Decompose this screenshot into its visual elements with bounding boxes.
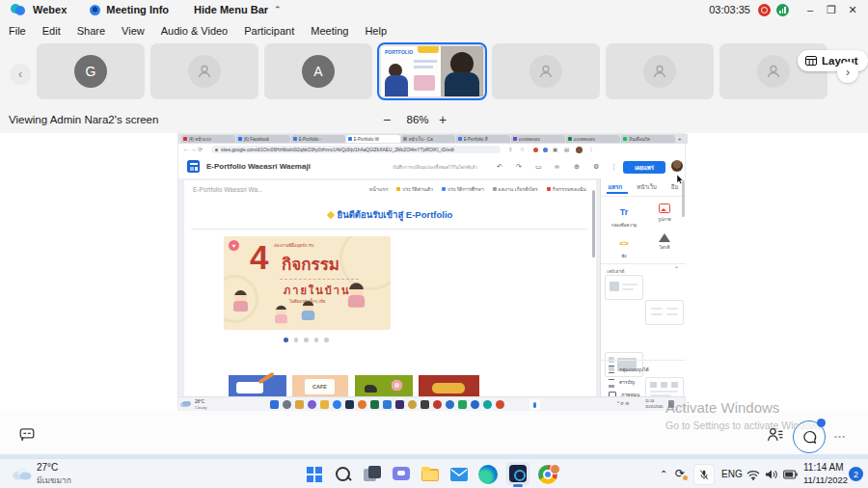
app-icon[interactable] — [420, 400, 429, 409]
content-card-red[interactable] — [419, 375, 479, 396]
tool-image[interactable]: รูปภาพ — [645, 202, 684, 223]
panel-scrollbar[interactable] — [682, 180, 685, 217]
app-icon[interactable] — [408, 400, 417, 409]
app-icon[interactable] — [333, 400, 341, 409]
redo-icon[interactable]: ↷ — [516, 163, 522, 170]
app-icon[interactable] — [471, 400, 479, 409]
scrollbar[interactable] — [592, 190, 595, 258]
taskbar-date[interactable]: 11/11/2022 — [803, 474, 848, 485]
publish-button[interactable]: เผยแพร่ — [623, 161, 665, 174]
preview-devices-icon[interactable]: ▭ — [535, 163, 542, 170]
undo-icon[interactable]: ↶ — [497, 163, 502, 170]
panel-item-collapsible[interactable]: กลุ่มแบบยุบได้ — [609, 366, 649, 373]
zoom-in-button[interactable]: + — [439, 112, 447, 127]
tray-mic-muted[interactable] — [694, 465, 714, 484]
battery-icon[interactable] — [783, 470, 798, 479]
app-icon[interactable] — [370, 400, 379, 409]
extensions-puzzle-icon[interactable]: ▣ — [553, 147, 557, 152]
participants-icon[interactable] — [767, 426, 784, 443]
meeting-info-label[interactable]: Meeting Info — [106, 4, 169, 15]
browser-tab[interactable]: (4) หน้าแรก — [181, 135, 235, 144]
site-nav-item[interactable]: หน้าแรก — [369, 185, 389, 193]
app-icon[interactable] — [270, 400, 279, 409]
maximize-icon[interactable]: ❐ — [826, 4, 837, 15]
new-tab-button[interactable]: + — [678, 136, 682, 142]
shared-condition[interactable]: Cloudy — [195, 405, 206, 410]
browser-profile-avatar[interactable] — [576, 147, 583, 153]
tool-textbox[interactable]: Tr กล่องข้อความ — [605, 202, 643, 229]
app-icon[interactable] — [446, 400, 454, 409]
taskbar-temperature[interactable]: 27°C — [37, 462, 58, 473]
menu-edit[interactable]: Edit — [42, 25, 61, 37]
app-icon[interactable] — [308, 400, 316, 409]
shared-temperature[interactable]: 28°C — [195, 399, 204, 404]
hide-menu-bar-label[interactable]: Hide Menu Bar — [194, 4, 268, 15]
notification-badge[interactable]: 2 — [849, 467, 863, 481]
sidebar-icon[interactable]: ▤ — [564, 147, 569, 152]
participant-tile[interactable]: G — [37, 43, 145, 99]
extension-icon[interactable] — [543, 148, 548, 152]
taskbar-condition[interactable]: มีเมฆมาก — [37, 474, 71, 487]
cc-icon[interactable] — [18, 426, 36, 443]
more-options-icon[interactable]: ⋮ — [610, 163, 617, 170]
app-icon[interactable] — [458, 400, 467, 409]
menu-view[interactable]: View — [122, 25, 145, 37]
browser-tab[interactable]: (6) Facebook — [236, 135, 290, 144]
app-icon[interactable] — [295, 400, 304, 409]
app-icon[interactable] — [345, 400, 354, 409]
carousel-dots[interactable] — [284, 338, 329, 342]
wifi-icon[interactable] — [746, 470, 760, 480]
account-avatar[interactable] — [671, 160, 683, 172]
shared-mic-indicator[interactable] — [529, 399, 540, 410]
browser-tab[interactable]: E-Portfolio สื — [456, 135, 510, 144]
start-button[interactable] — [304, 464, 325, 485]
menu-help[interactable]: Help — [365, 25, 387, 37]
browser-tab[interactable]: แบบทดสอบ — [511, 135, 565, 144]
task-view-icon[interactable] — [362, 464, 383, 485]
menu-meeting[interactable]: Meeting — [311, 25, 348, 37]
share-with-others-icon[interactable]: ⊕ — [574, 163, 580, 170]
panel-tab-insert[interactable]: แทรก — [609, 182, 623, 192]
site-nav-item[interactable]: ผลงาน เกียรติบัตร — [493, 185, 538, 193]
site-nav-item[interactable]: ประวัติส่วนตัว — [396, 185, 433, 193]
browser-menu-icon[interactable]: ⋮ — [588, 146, 594, 152]
chevron-right-icon[interactable]: › — [837, 62, 858, 83]
welcome-heading[interactable]: ยินดีต้อนรับเข้าสู่ E-Portfolio — [338, 207, 453, 222]
mail-icon[interactable] — [448, 464, 470, 485]
layout-thumb[interactable] — [605, 352, 643, 377]
chrome-icon[interactable] — [537, 464, 558, 485]
bookmark-star-icon[interactable]: ☆ — [520, 147, 525, 152]
app-icon[interactable] — [320, 400, 329, 409]
copy-link-icon[interactable]: ∞ — [555, 163, 559, 170]
browser-nav-icons[interactable]: ← → ⟳ — [183, 146, 203, 152]
collapse-chevron-icon[interactable]: ⌃ — [674, 265, 679, 272]
settings-gear-icon[interactable]: ⚙ — [593, 163, 599, 170]
menu-participant[interactable]: Participant — [244, 25, 294, 37]
tray-chevron-up-icon[interactable]: ⌃ — [660, 469, 667, 479]
app-icon[interactable] — [358, 400, 366, 409]
language-indicator[interactable]: ENG — [721, 469, 743, 479]
site-nav-item[interactable]: กิจกรรมของฉัน — [547, 185, 586, 193]
browser-tab[interactable]: เงินเดือนให — [621, 135, 675, 144]
chevron-left-icon[interactable]: ‹ — [10, 64, 31, 85]
layout-thumb[interactable] — [645, 300, 684, 325]
browser-tab-active[interactable]: E-Portfolio W — [346, 135, 400, 144]
search-icon[interactable] — [333, 464, 354, 485]
close-icon[interactable]: ✕ — [847, 4, 858, 15]
share-page-icon[interactable]: ⇪ — [508, 147, 513, 152]
content-card-green[interactable] — [355, 375, 413, 396]
extension-icon[interactable] — [533, 148, 538, 152]
panel-item-toc[interactable]: สารบัญ — [609, 378, 635, 386]
tool-drive[interactable]: ไดรฟ์ — [645, 232, 684, 251]
address-bar[interactable]: sites.google.com/d/1Om06HzWodn0i2qbkO3hy… — [211, 146, 501, 153]
app-icon[interactable] — [395, 400, 404, 409]
content-card-blue[interactable] — [229, 375, 286, 396]
layout-thumb[interactable] — [605, 275, 643, 300]
speaker-icon[interactable] — [765, 469, 777, 480]
participant-tile[interactable] — [150, 43, 258, 99]
app-icon[interactable] — [483, 400, 492, 409]
app-icon[interactable] — [433, 400, 442, 409]
taskbar-time[interactable]: 11:14 AM — [803, 462, 844, 473]
site-nav-item[interactable]: ประวัติการศึกษา — [442, 185, 484, 193]
menu-audio-video[interactable]: Audio & Video — [161, 25, 229, 37]
